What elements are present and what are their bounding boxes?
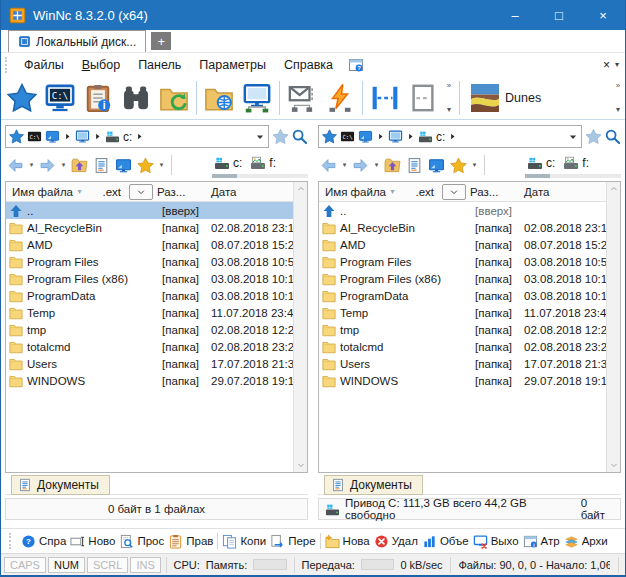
dos-root-icon[interactable]: C:\: [340, 129, 355, 144]
dos-window-button[interactable]: C:\: [41, 79, 79, 117]
menu-item-параметры[interactable]: Параметры: [190, 56, 275, 74]
fkey-8-button[interactable]: Удал: [372, 534, 420, 549]
synchronize-folder-button[interactable]: [155, 79, 193, 117]
ftp-connection-button[interactable]: [321, 79, 359, 117]
fkey-4-button[interactable]: Прав: [166, 534, 215, 549]
this-pc-icon[interactable]: [388, 129, 403, 144]
drive-scrollbar-thumb[interactable]: [212, 174, 237, 178]
favorites-button[interactable]: [135, 155, 156, 176]
fkey-5-button[interactable]: Копи: [220, 534, 268, 549]
drive-scrollbar-thumb[interactable]: [525, 174, 550, 178]
file-row[interactable]: AMD[папка]08.07.2018 15:25: [319, 236, 606, 253]
forward-button[interactable]: [350, 155, 371, 176]
tab-local-disk[interactable]: Локальный диск...: [8, 30, 146, 52]
left-drive-scrollbar[interactable]: [212, 174, 308, 178]
fkey-7-button[interactable]: Нова: [323, 534, 372, 549]
fkey-11-button[interactable]: iАтр: [521, 534, 562, 549]
file-row[interactable]: tmp[папка]02.08.2018 12:20: [6, 321, 293, 338]
split-vertical-button[interactable]: [404, 79, 442, 117]
parent-folder-button[interactable]: [69, 155, 90, 176]
file-view-button[interactable]: [91, 155, 112, 176]
filter-combo[interactable]: [129, 184, 153, 200]
file-row[interactable]: WINDOWS[папка]29.07.2018 19:10: [319, 372, 606, 389]
menu-item-файлы[interactable]: Файлы: [15, 56, 73, 74]
drive-tab-c[interactable]: c:: [525, 155, 557, 171]
file-row[interactable]: ProgramData[папка]03.08.2018 10:12: [6, 287, 293, 304]
forward-button[interactable]: [37, 155, 58, 176]
file-row[interactable]: ..[вверх]: [6, 202, 293, 219]
back-dropdown-icon[interactable]: ▾: [27, 161, 36, 169]
add-favorite-icon[interactable]: [585, 128, 602, 145]
search-icon[interactable]: [291, 128, 308, 145]
column-header-size[interactable]: Раз...: [468, 186, 514, 198]
file-info-button[interactable]: i: [79, 79, 117, 117]
file-row[interactable]: Program Files[папка]03.08.2018 10:59: [319, 253, 606, 270]
file-row[interactable]: Program Files (x86)[папка]03.08.2018 10:…: [319, 270, 606, 287]
fkey-9-button[interactable]: Объе: [420, 534, 471, 549]
fkey-6-button[interactable]: Пере: [268, 534, 317, 549]
right-breadcrumb[interactable]: C:\c:: [318, 125, 582, 148]
network-computer-button[interactable]: [238, 79, 276, 117]
drive-tab-c[interactable]: c:: [212, 155, 244, 171]
desktop-view-button[interactable]: [426, 155, 447, 176]
drive-c-icon[interactable]: [418, 129, 433, 144]
back-button[interactable]: [318, 155, 339, 176]
fkey-1-button[interactable]: ?Спра: [19, 534, 68, 549]
new-tab-button[interactable]: +: [151, 32, 171, 50]
fkey-2-button[interactable]: Ново: [68, 534, 117, 549]
left-vertical-scrollbar[interactable]: [293, 182, 307, 472]
parent-folder-button[interactable]: [382, 155, 403, 176]
fkey-3-button[interactable]: Прос: [117, 534, 166, 549]
right-documents-tab[interactable]: Документы: [324, 475, 423, 495]
desktop-icon[interactable]: [358, 129, 373, 144]
column-header-date[interactable]: Дата: [514, 186, 606, 198]
file-row[interactable]: Temp[папка]11.07.2018 23:43: [319, 304, 606, 321]
dos-root-icon[interactable]: C:\: [27, 129, 42, 144]
menu-item-выбор[interactable]: Выбор: [73, 56, 129, 74]
favorites-dropdown-icon[interactable]: ▾: [470, 161, 479, 169]
filter-combo[interactable]: [442, 184, 466, 200]
fkey-10-button[interactable]: Выхо: [471, 534, 521, 549]
breadcrumb-dropdown-icon[interactable]: [568, 132, 578, 142]
desktop-icon[interactable]: [45, 129, 60, 144]
file-row[interactable]: ProgramData[папка]03.08.2018 10:12: [319, 287, 606, 304]
column-header-size[interactable]: Раз...: [155, 186, 201, 198]
file-row[interactable]: AI_RecycleBin[папка]02.08.2018 23:19: [319, 219, 606, 236]
file-row[interactable]: ..[вверх]: [319, 202, 606, 219]
column-header-name[interactable]: Имя файла▼.ext: [6, 186, 129, 198]
file-row[interactable]: Program Files[папка]03.08.2018 10:59: [6, 253, 293, 270]
drive-tab-f[interactable]: f:: [561, 155, 591, 171]
scroll-up-arrow-icon[interactable]: [610, 185, 618, 193]
favorites-button[interactable]: [448, 155, 469, 176]
column-header-date[interactable]: Дата: [201, 186, 293, 198]
window-help-icon[interactable]: ?: [348, 57, 364, 73]
toolbar-overflow-button[interactable]: »▾: [442, 82, 456, 114]
file-row[interactable]: Temp[папка]11.07.2018 23:43: [6, 304, 293, 321]
column-header-ext[interactable]: .ext: [102, 186, 129, 198]
file-row[interactable]: totalcmd[папка]02.08.2018 23:26: [6, 338, 293, 355]
left-breadcrumb[interactable]: C:\c:: [5, 125, 269, 148]
search-button[interactable]: [117, 79, 155, 117]
scroll-down-arrow-icon[interactable]: [297, 461, 305, 469]
forward-dropdown-icon[interactable]: ▾: [59, 161, 68, 169]
right-vertical-scrollbar[interactable]: [606, 182, 620, 472]
theme-selector-button[interactable]: Dunes: [463, 84, 549, 112]
menubar-collapse-icon[interactable]: ▾: [615, 60, 619, 69]
this-pc-icon[interactable]: [75, 129, 90, 144]
favorites-dropdown-icon[interactable]: ▾: [157, 161, 166, 169]
drive-tab-f[interactable]: f:: [248, 155, 278, 171]
right-drive-scrollbar[interactable]: [525, 174, 621, 178]
left-documents-tab[interactable]: Документы: [11, 475, 110, 495]
column-header-name[interactable]: Имя файла▼.ext: [319, 186, 442, 198]
file-view-button[interactable]: [404, 155, 425, 176]
titlebar[interactable]: WinNc 8.3.2.0 (x64) –□×: [1, 0, 625, 30]
file-row[interactable]: tmp[папка]02.08.2018 12:20: [319, 321, 606, 338]
fkey-12-button[interactable]: Архи: [562, 534, 610, 549]
column-header-ext[interactable]: .ext: [415, 186, 442, 198]
scroll-up-arrow-icon[interactable]: [297, 185, 305, 193]
minimize-button[interactable]: –: [493, 0, 537, 30]
maximize-button[interactable]: □: [537, 0, 581, 30]
split-horizontal-button[interactable]: [366, 79, 404, 117]
menu-item-панель[interactable]: Панель: [129, 56, 190, 74]
file-row[interactable]: Users[папка]17.07.2018 21:33: [319, 355, 606, 372]
